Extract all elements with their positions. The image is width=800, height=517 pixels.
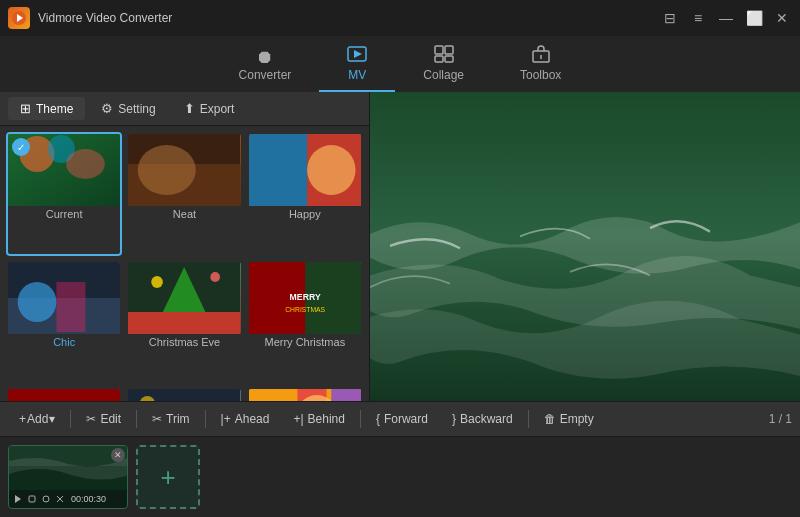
svg-text:MERRY: MERRY [289,292,320,302]
tab-mv-label: MV [348,68,366,82]
backward-icon: } [452,412,456,426]
maximize-button[interactable]: ⬜ [744,10,764,26]
page-count: 1 / 1 [769,412,792,426]
window-controls: ⊟ ≡ — ⬜ ✕ [660,10,792,26]
behind-label: Behind [308,412,345,426]
add-label: Add [27,412,48,426]
app-title: Vidmore Video Converter [38,11,172,25]
sub-tab-theme[interactable]: ⊞ Theme [8,97,85,120]
theme-thumb-neat [128,134,240,206]
export-arrow-icon: ⬆ [184,101,195,116]
sep2 [136,410,137,428]
tab-converter[interactable]: ⏺ Converter [211,42,320,92]
timeline-clip[interactable]: 00:00:30 ✕ [8,445,128,509]
svg-point-56 [43,496,49,502]
svg-point-22 [18,282,57,322]
theme-thumb-christmas-eve [128,262,240,334]
sep4 [360,410,361,428]
ahead-icon: |+ [221,412,231,426]
close-button[interactable]: ✕ [772,10,792,26]
theme-item-current[interactable]: ✓ Current [6,132,122,256]
mv-icon [347,45,367,66]
theme-item-happy[interactable]: Happy [247,132,363,256]
theme-current-label: Current [8,206,120,224]
clip-duration: 00:00:30 [71,494,106,504]
tab-collage[interactable]: Collage [395,39,492,92]
title-bar: Vidmore Video Converter ⊟ ≡ — ⬜ ✕ [0,0,800,36]
svg-marker-54 [15,495,21,503]
svg-rect-23 [56,282,85,332]
add-dropdown-arrow[interactable]: ▾ [49,412,55,426]
svg-marker-3 [354,50,362,58]
svg-rect-4 [435,46,443,54]
tab-mv[interactable]: MV [319,39,395,92]
ahead-button[interactable]: |+ Ahead [210,407,281,431]
trim-icon: ✂ [152,412,162,426]
trim-label: Trim [166,412,190,426]
video-preview [370,92,800,447]
ahead-label: Ahead [235,412,270,426]
add-button[interactable]: + Add ▾ [8,407,66,431]
svg-text:CHRISTMAS: CHRISTMAS [285,306,325,313]
menu-icon[interactable]: ≡ [688,10,708,26]
theme-grid-icon: ⊞ [20,101,31,116]
forward-icon: { [376,412,380,426]
theme-item-merry-christmas[interactable]: MERRY CHRISTMAS Merry Christmas [247,260,363,384]
bottom-area: + Add ▾ ✂ Edit ✂ Trim |+ Ahead +| Behind… [0,401,800,517]
empty-button[interactable]: 🗑 Empty [533,407,605,431]
sep1 [70,410,71,428]
sub-tabs: ⊞ Theme ⚙ Setting ⬆ Export [0,92,369,126]
clip-info: 00:00:30 [9,490,127,508]
svg-point-16 [138,145,196,195]
tab-toolbox[interactable]: Toolbox [492,39,589,92]
sub-tab-export[interactable]: ⬆ Export [172,97,247,120]
backward-label: Backward [460,412,513,426]
add-icon: + [19,412,26,426]
svg-rect-55 [29,496,35,502]
sep3 [205,410,206,428]
clip-audio-icon [27,494,37,504]
svg-rect-7 [445,56,453,62]
behind-icon: +| [293,412,303,426]
theme-chic-label: Chic [8,334,120,352]
setting-gear-icon: ⚙ [101,101,113,116]
svg-rect-5 [445,46,453,54]
clip-settings-icon [41,494,51,504]
svg-point-19 [307,145,355,195]
collage-icon [434,45,454,66]
theme-neat-label: Neat [128,206,240,224]
title-bar-left: Vidmore Video Converter [8,7,172,29]
sub-tab-setting[interactable]: ⚙ Setting [89,97,167,120]
toolbox-icon [531,45,551,66]
theme-thumb-merry-christmas: MERRY CHRISTMAS [249,262,361,334]
clip-close-button[interactable]: ✕ [111,448,125,462]
message-icon[interactable]: ⊟ [660,10,680,26]
add-clip-button[interactable]: + [136,445,200,509]
svg-point-13 [66,149,105,179]
forward-button[interactable]: { Forward [365,407,439,431]
minimize-button[interactable]: — [716,10,736,26]
theme-item-neat[interactable]: Neat [126,132,242,256]
converter-icon: ⏺ [256,48,274,66]
add-clip-icon: + [160,464,175,490]
forward-label: Forward [384,412,428,426]
svg-point-27 [152,276,164,288]
sub-tab-export-label: Export [200,102,235,116]
sub-tab-setting-label: Setting [118,102,155,116]
trim-button[interactable]: ✂ Trim [141,407,201,431]
backward-button[interactable]: } Backward [441,407,524,431]
tab-toolbox-label: Toolbox [520,68,561,82]
clip-play-icon [13,494,23,504]
video-background [370,92,800,447]
edit-button[interactable]: ✂ Edit [75,407,132,431]
sep5 [528,410,529,428]
theme-item-christmas-eve[interactable]: Christmas Eve [126,260,242,384]
app-icon [8,7,30,29]
theme-merry-christmas-label: Merry Christmas [249,334,361,352]
toolbar: + Add ▾ ✂ Edit ✂ Trim |+ Ahead +| Behind… [0,401,800,437]
clip-thumbnail [9,446,127,490]
theme-happy-label: Happy [249,206,361,224]
theme-item-chic[interactable]: Chic [6,260,122,384]
edit-icon: ✂ [86,412,96,426]
behind-button[interactable]: +| Behind [282,407,356,431]
